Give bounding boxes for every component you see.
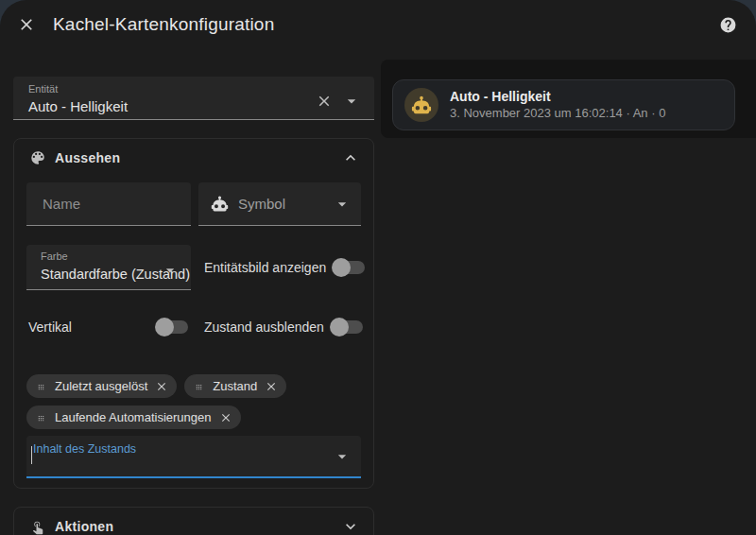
drag-handle-icon[interactable] xyxy=(193,380,205,392)
tile-card-config-dialog: Kachel-Kartenkonfiguration Entität Auto … xyxy=(0,0,756,535)
robot-icon xyxy=(211,195,229,213)
name-field[interactable] xyxy=(26,182,191,226)
close-button[interactable] xyxy=(13,11,40,38)
preview-column: Auto - Helligkeit 3. November 2023 um 16… xyxy=(381,49,756,138)
tile-card-title: Auto - Helligkeit xyxy=(450,89,665,105)
symbol-picker-label: Symbol xyxy=(238,196,323,212)
name-input[interactable] xyxy=(41,195,180,213)
chevron-up-icon xyxy=(341,148,360,167)
entity-picker-value: Auto - Helligkeit xyxy=(28,97,316,116)
state-content-input-label: Inhalt des Zustands xyxy=(33,442,136,456)
entity-clear-icon[interactable] xyxy=(316,93,333,110)
chip-last-triggered[interactable]: Zuletzt ausgelöst xyxy=(26,374,177,398)
chip-remove-icon[interactable] xyxy=(219,411,232,424)
chip-label: Laufende Automatisierungen xyxy=(55,410,212,424)
chip-label: Zuletzt ausgelöst xyxy=(55,379,147,393)
state-content-input[interactable]: Inhalt des Zustands xyxy=(26,436,361,478)
editor-column: Entität Auto - Helligkeit Aussehen xyxy=(13,49,374,535)
actions-panel-title: Aktionen xyxy=(55,519,341,534)
appearance-panel-header[interactable]: Aussehen xyxy=(14,139,373,177)
dialog-content: Entität Auto - Helligkeit Aussehen xyxy=(0,49,756,535)
drag-handle-icon[interactable] xyxy=(35,380,47,392)
appearance-panel-body: Symbol Farbe Standardfarbe (Zustand) xyxy=(14,182,373,488)
chevron-down-icon xyxy=(341,517,360,535)
dialog-header: Kachel-Kartenkonfiguration xyxy=(0,0,756,49)
card-preview-area: Auto - Helligkeit 3. November 2023 um 16… xyxy=(381,60,756,138)
show-entity-picture-label: Entitätsbild anzeigen xyxy=(204,260,326,275)
dialog-title: Kachel-Kartenkonfiguration xyxy=(53,14,714,35)
state-content-chips: Zuletzt ausgelöst Zustand Laufende Autom… xyxy=(26,374,338,429)
robot-icon xyxy=(411,95,432,115)
gesture-tap-icon xyxy=(29,518,46,535)
vertical-toggle[interactable] xyxy=(157,320,188,334)
color-picker-value: Standardfarbe (Zustand) xyxy=(41,265,161,284)
entity-picker[interactable]: Entität Auto - Helligkeit xyxy=(13,77,374,120)
actions-panel-header[interactable]: Aktionen xyxy=(14,508,373,535)
palette-icon xyxy=(29,149,46,166)
tile-icon-badge[interactable] xyxy=(404,88,438,122)
help-button[interactable] xyxy=(714,11,741,38)
help-circle-icon xyxy=(719,16,737,34)
entity-dropdown-caret-icon[interactable] xyxy=(342,92,361,111)
color-picker[interactable]: Farbe Standardfarbe (Zustand) xyxy=(26,245,191,290)
chip-running-automations[interactable]: Laufende Automatisierungen xyxy=(26,406,241,429)
hide-state-toggle[interactable] xyxy=(332,320,363,334)
appearance-panel-title: Aussehen xyxy=(55,150,341,165)
actions-panel: Aktionen xyxy=(13,507,374,535)
chip-remove-icon[interactable] xyxy=(155,380,168,393)
chip-label: Zustand xyxy=(213,379,257,393)
chip-remove-icon[interactable] xyxy=(265,380,278,393)
state-content-dropdown-caret-icon[interactable] xyxy=(333,447,352,466)
show-entity-picture-toggle[interactable] xyxy=(334,261,365,274)
close-icon xyxy=(17,15,36,34)
symbol-picker[interactable]: Symbol xyxy=(198,182,361,226)
appearance-panel: Aussehen Symbol xyxy=(13,138,374,489)
tile-card-subtitle: 3. November 2023 um 16:02:14 · An · 0 xyxy=(450,106,665,121)
tile-card-preview[interactable]: Auto - Helligkeit 3. November 2023 um 16… xyxy=(392,79,735,130)
entity-picker-label: Entität xyxy=(28,83,316,95)
symbol-dropdown-caret-icon[interactable] xyxy=(333,195,352,214)
chip-state[interactable]: Zustand xyxy=(184,374,286,398)
color-picker-label: Farbe xyxy=(41,250,161,263)
text-caret xyxy=(31,446,32,464)
hide-state-label: Zustand ausblenden xyxy=(204,319,324,335)
drag-handle-icon[interactable] xyxy=(35,411,47,423)
color-dropdown-caret-icon[interactable] xyxy=(161,261,180,280)
vertical-label: Vertikal xyxy=(28,319,72,335)
